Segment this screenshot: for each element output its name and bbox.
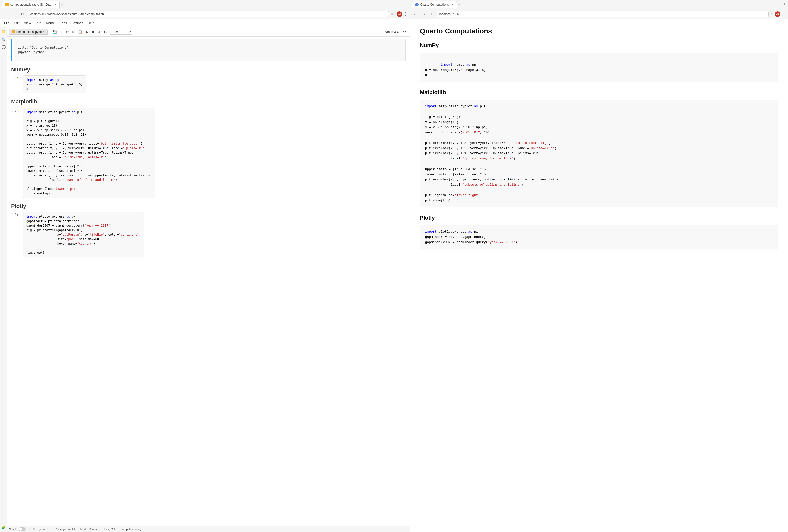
notebook-area: computations.ipynb ✕ 💾 + ✂ ⎘ 📋 ▶ ■ ↺ ⏭ [7,27,410,532]
menu-view[interactable]: View [22,20,33,26]
menu-icon[interactable]: ⋮ [403,12,408,16]
sidebar-icons: 📁 🔍 ☰ 🧩 [0,27,7,532]
status-cell-num: 2 [28,528,30,531]
kernel-status-indicator [397,30,399,33]
quarto-new-tab-button[interactable]: + [458,2,460,7]
simple-toggle[interactable] [19,528,26,531]
back-button[interactable]: ← [2,11,9,17]
quarto-bookmark-icon[interactable]: ☆ [770,12,773,16]
plotly-code-block[interactable]: import plotly.express as px gapminder = … [23,212,144,257]
menu-edit[interactable]: Edit [12,20,21,26]
quarto-numpy-heading: NumPy [420,42,778,49]
paste-button[interactable]: 📋 [76,29,84,35]
jupyter-browser-tab[interactable]: computations.ip (auto-S) - Ju... ✕ [2,1,60,8]
jupyter-tab-bar: computations.ip (auto-S) - Ju... ✕ + ⋮ [0,0,410,9]
status-mode: Mode: Comma... [80,528,101,531]
quarto-toolbar-icons: ☆ JJ ⋮ [770,11,786,17]
menu-tabs[interactable]: Tabs [58,20,69,26]
url-input[interactable] [27,11,389,17]
menu-help[interactable]: Help [86,20,97,26]
status-col: 3 [33,528,35,531]
quarto-tab-close[interactable]: ✕ [451,3,454,6]
folder-icon[interactable]: 📁 [1,29,6,34]
quarto-tab-bar-menu[interactable]: ⋮ [783,3,786,6]
quarto-forward-button[interactable]: → [420,11,428,17]
notebook-tab-label: computations.ipynb [16,30,42,34]
menu-run[interactable]: Run [34,20,43,26]
status-action: Saving complet... [56,528,77,531]
menu-settings[interactable]: Settings [70,20,85,26]
numpy-code-block[interactable]: import numpy as np a = np.arange(15).res… [23,75,86,94]
new-tab-button[interactable]: + [61,2,63,7]
notebook-tab[interactable]: computations.ipynb ✕ [9,29,48,35]
status-simple: Simple [9,528,26,531]
stop-button[interactable]: ■ [91,29,96,35]
quarto-tab-icon: Q [415,3,419,6]
matplotlib-cell: [ ]: import matplotlib.pyplot as plt fig… [11,107,406,198]
status-kernel: Python 3 | ... [38,528,53,531]
status-file: computations.ipy... [121,528,144,531]
notebook-content[interactable]: --- title: "Quarto Computations" jupyter… [7,37,410,526]
quarto-numpy-code: import numpy as np a = np.arange(15).res… [420,53,778,82]
notebook-toolbar: computations.ipynb ✕ 💾 + ✂ ⎘ 📋 ▶ ■ ↺ ⏭ [7,27,410,37]
plotly-cell-prompt: [ ]: [11,212,21,257]
quarto-matplotlib-code: import matplotlib.pyplot as plt fig = pl… [420,100,778,207]
numpy-heading: NumPy [11,66,406,73]
menu-kernel[interactable]: Kernel [44,20,58,26]
quarto-title: Quarto Computations [420,27,778,35]
git-icon[interactable] [1,45,5,49]
matplotlib-heading: Matplotlib [11,99,406,105]
jupyter-menu-bar: File Edit View Run Kernel Tabs Settings … [0,19,410,27]
active-cell-indicator [11,39,12,61]
numpy-cell: [ ]: import numpy as np a = np.arange(15… [11,75,406,94]
quarto-reload-button[interactable]: ↻ [429,11,435,17]
quarto-profile-avatar[interactable]: JJ [775,11,781,17]
fast-forward-button[interactable]: ⏭ [102,29,109,35]
cell-type-select[interactable]: Raw Code Markdown [110,29,132,35]
quarto-content[interactable]: Quarto Computations NumPy import numpy a… [410,19,788,532]
yaml-cell: --- title: "Quarto Computations" jupyter… [11,39,406,61]
search-icon[interactable]: 🔍 [1,37,6,42]
simple-label: Simple [9,528,18,531]
restart-button[interactable]: ↺ [96,29,102,35]
settings-icon[interactable]: ⚙ [401,29,408,35]
reload-button[interactable]: ↻ [19,11,25,17]
jupyter-tab-label: computations.ip (auto-S) - Ju... [10,3,52,6]
save-button[interactable]: 💾 [51,29,58,35]
quarto-back-button[interactable]: ← [412,11,419,17]
bookmark-icon[interactable]: ☆ [391,12,395,16]
plotly-cell: [ ]: import plotly.express as px gapmind… [11,212,406,257]
jupyter-main: 📁 🔍 ☰ 🧩 computations.ipynb ✕ [0,27,410,532]
list-icon[interactable]: ☰ [1,52,6,57]
tab-icon [5,3,9,6]
status-position: Ln 2, Col ... [104,528,118,531]
run-button[interactable]: ▶ [84,29,90,35]
jupyter-tab-close[interactable]: ✕ [54,3,56,6]
quarto-menu-icon[interactable]: ⋮ [782,12,786,16]
quarto-plotly-heading: Plotly [420,214,778,221]
matplotlib-code-block[interactable]: import matplotlib.pyplot as plt fig = pl… [23,107,155,198]
quarto-url-input[interactable] [437,11,769,17]
notebook-tab-close[interactable]: ✕ [43,30,45,34]
copy-button[interactable]: ⎘ [71,29,76,35]
quarto-tab-bar: Q Quarto Computations ✕ + ⋮ [410,0,788,9]
toggle-knob [19,528,22,531]
numpy-cell-prompt: [ ]: [11,75,21,94]
cut-button[interactable]: ✂ [64,29,71,35]
quarto-matplotlib-heading: Matplotlib [420,89,778,96]
forward-button[interactable]: → [11,11,18,17]
quarto-pane: Q Quarto Computations ✕ + ⋮ ← → ↻ ☆ JJ ⋮… [410,0,788,532]
profile-avatar[interactable]: JJ [396,11,402,17]
plotly-heading: Plotly [11,203,406,209]
jupyter-pane: computations.ip (auto-S) - Ju... ✕ + ⋮ ←… [0,0,410,532]
quarto-browser-tab[interactable]: Q Quarto Computations ✕ [412,1,457,8]
nb-toolbar-buttons: 💾 + ✂ ⎘ 📋 ▶ ■ ↺ ⏭ Raw Code Markdown [51,29,132,35]
matplotlib-cell-prompt: [ ]: [11,107,21,198]
yaml-code-block[interactable]: --- title: "Quarto Computations" jupyter… [14,39,406,61]
python-indicator: Python 3 [384,30,399,34]
menu-file[interactable]: File [2,20,11,26]
puzzle-icon[interactable]: 🧩 [1,525,6,530]
quarto-address-bar: ← → ↻ ☆ JJ ⋮ [410,9,788,19]
jupyter-address-bar: ← → ↻ ☆ JJ ⋮ [0,9,410,19]
add-cell-button[interactable]: + [59,29,63,35]
